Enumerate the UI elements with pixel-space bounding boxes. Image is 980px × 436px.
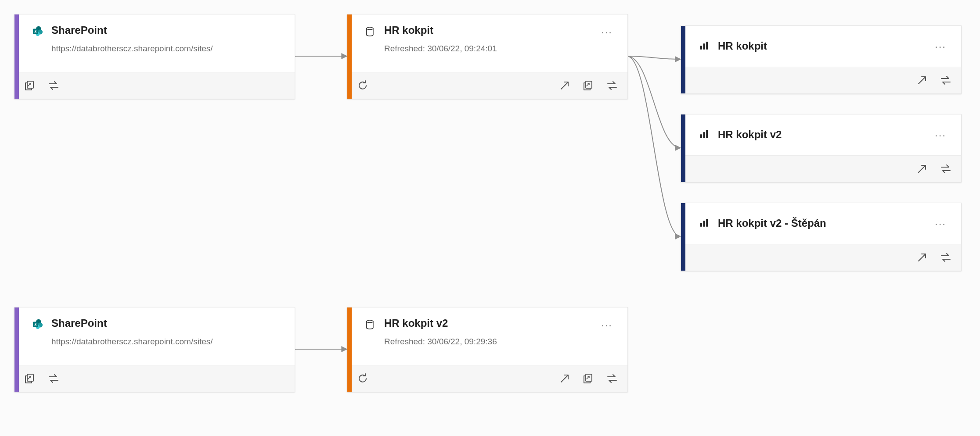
- node-footer: [347, 365, 627, 392]
- more-button[interactable]: ···: [598, 27, 615, 37]
- accent-bar: [347, 307, 352, 392]
- edge-ds1-rp3: [627, 56, 681, 236]
- node-titles: SharePointhttps://databrotherscz.sharepo…: [51, 24, 282, 54]
- node-subtitle: https://databrotherscz.sharepoint.com/si…: [51, 44, 282, 54]
- node-titles: HR kokpit v2Refreshed: 30/06/22, 09:29:3…: [384, 317, 591, 347]
- files-icon-button[interactable]: [581, 78, 596, 93]
- node-titles: HR kokpit v2: [718, 129, 924, 141]
- more-button[interactable]: ···: [932, 130, 949, 140]
- swap-icon-button[interactable]: [605, 78, 620, 93]
- edge-ds1-rp1: [627, 56, 681, 59]
- accent-bar: [14, 307, 19, 392]
- node-title: HR kokpit: [718, 40, 924, 53]
- swap-icon-button[interactable]: [605, 371, 620, 386]
- node-titles: HR kokpit v2 - Štěpán: [718, 217, 924, 230]
- swap-icon-button[interactable]: [46, 78, 61, 93]
- swap-icon-button[interactable]: [938, 73, 953, 88]
- node-header: SharePointhttps://databrotherscz.sharepo…: [14, 307, 295, 365]
- sharepoint-icon: [32, 24, 43, 36]
- files-icon-button[interactable]: [22, 78, 37, 93]
- node-title: HR kokpit: [384, 24, 591, 37]
- node-rp1[interactable]: HR kokpit···: [681, 25, 962, 94]
- node-footer: [14, 72, 295, 99]
- database-icon: [365, 24, 376, 37]
- node-ds2[interactable]: HR kokpit v2Refreshed: 30/06/22, 09:29:3…: [347, 307, 628, 392]
- accent-bar: [681, 26, 685, 93]
- more-button[interactable]: ···: [598, 320, 615, 330]
- node-header: HR kokpit v2 - Štěpán···: [681, 203, 961, 244]
- open-icon-button[interactable]: [557, 371, 572, 386]
- report-icon: [699, 42, 710, 51]
- node-titles: SharePointhttps://databrotherscz.sharepo…: [51, 317, 282, 347]
- node-footer: [681, 155, 961, 182]
- accent-bar: [681, 203, 685, 271]
- more-button[interactable]: ···: [932, 218, 949, 229]
- open-icon-button[interactable]: [915, 250, 930, 265]
- node-footer: [681, 67, 961, 93]
- database-icon: [365, 317, 376, 330]
- swap-icon-button[interactable]: [46, 371, 61, 386]
- open-icon-button[interactable]: [915, 161, 930, 176]
- node-header: HR kokpitRefreshed: 30/06/22, 09:24:01··…: [347, 14, 627, 72]
- node-rp3[interactable]: HR kokpit v2 - Štěpán···: [681, 203, 962, 271]
- sharepoint-icon: [32, 317, 43, 329]
- node-titles: HR kokpit: [718, 40, 924, 53]
- node-footer: [14, 365, 295, 392]
- accent-bar: [347, 14, 352, 99]
- node-footer: [681, 244, 961, 271]
- edge-ds1-rp2: [627, 56, 681, 148]
- report-icon: [699, 130, 710, 140]
- node-title: SharePoint: [51, 24, 282, 37]
- refresh-icon-button[interactable]: [355, 371, 370, 386]
- node-header: HR kokpit v2···: [681, 114, 961, 155]
- node-src1[interactable]: SharePointhttps://databrotherscz.sharepo…: [14, 14, 295, 99]
- more-button[interactable]: ···: [932, 41, 949, 52]
- node-footer: [347, 72, 627, 99]
- node-src2[interactable]: SharePointhttps://databrotherscz.sharepo…: [14, 307, 295, 392]
- node-header: HR kokpit v2Refreshed: 30/06/22, 09:29:3…: [347, 307, 627, 365]
- accent-bar: [681, 114, 685, 182]
- node-titles: HR kokpitRefreshed: 30/06/22, 09:24:01: [384, 24, 591, 54]
- node-ds1[interactable]: HR kokpitRefreshed: 30/06/22, 09:24:01··…: [347, 14, 628, 99]
- refresh-icon-button[interactable]: [355, 78, 370, 93]
- swap-icon-button[interactable]: [938, 161, 953, 176]
- swap-icon-button[interactable]: [938, 250, 953, 265]
- lineage-canvas: SharePointhttps://databrotherscz.sharepo…: [0, 0, 980, 436]
- report-icon: [699, 219, 710, 229]
- open-icon-button[interactable]: [557, 78, 572, 93]
- open-icon-button[interactable]: [915, 73, 930, 88]
- files-icon-button[interactable]: [581, 371, 596, 386]
- node-subtitle: Refreshed: 30/06/22, 09:24:01: [384, 44, 591, 54]
- node-subtitle: https://databrotherscz.sharepoint.com/si…: [51, 337, 282, 347]
- node-title: HR kokpit v2: [384, 317, 591, 330]
- node-rp2[interactable]: HR kokpit v2···: [681, 114, 962, 182]
- node-title: HR kokpit v2 - Štěpán: [718, 217, 924, 230]
- node-title: HR kokpit v2: [718, 129, 924, 141]
- node-header: SharePointhttps://databrotherscz.sharepo…: [14, 14, 295, 72]
- node-header: HR kokpit···: [681, 26, 961, 67]
- node-subtitle: Refreshed: 30/06/22, 09:29:36: [384, 337, 591, 347]
- node-title: SharePoint: [51, 317, 282, 330]
- accent-bar: [14, 14, 19, 99]
- files-icon-button[interactable]: [22, 371, 37, 386]
